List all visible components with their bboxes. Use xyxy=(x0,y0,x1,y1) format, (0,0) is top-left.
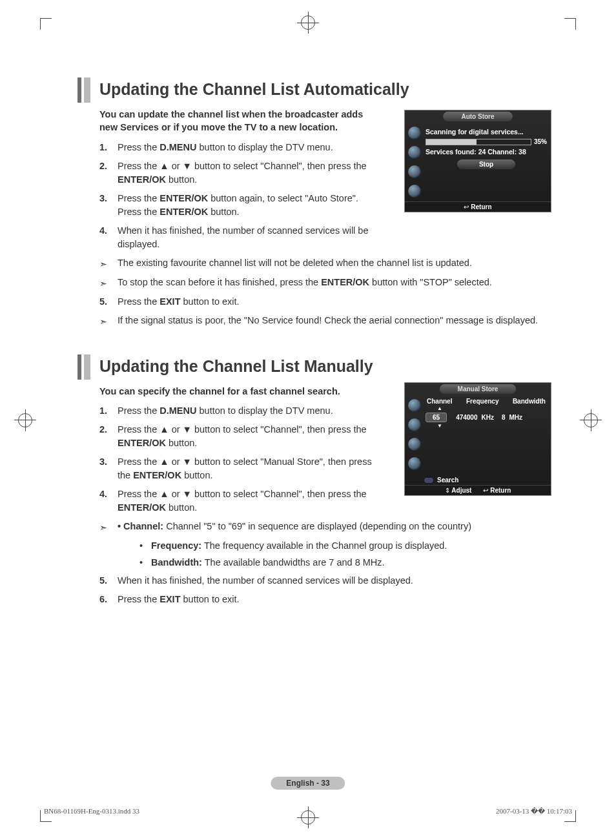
note-arrow-icon: ➣ xyxy=(99,276,118,290)
osd-sidebar-icons xyxy=(405,123,424,201)
note-text: If the signal status is poor, the "No Se… xyxy=(118,314,551,328)
heading-accent-bars xyxy=(77,77,90,103)
page-content: Updating the Channel List Automatically … xyxy=(77,77,551,611)
print-footer: BN68-01169H-Eng-0313.indd 33 2007-03-13 … xyxy=(44,807,572,815)
section-intro: You can specify the channel for a fast c… xyxy=(99,385,371,398)
osd-col-bandwidth: Bandwidth xyxy=(513,398,546,405)
step-number: 1. xyxy=(99,141,118,154)
osd-title: Auto Store xyxy=(443,112,512,121)
bullet-icon: • xyxy=(139,539,151,553)
osd-search-indicator-icon xyxy=(424,478,433,483)
step-item: 4. When it has finished, the number of s… xyxy=(99,224,551,251)
bullet-icon: • xyxy=(139,556,151,570)
note-item: ➣ To stop the scan before it has finishe… xyxy=(99,276,551,290)
step-text: When it has finished, the number of scan… xyxy=(118,224,376,251)
up-triangle-icon: ▲ xyxy=(426,406,454,411)
updown-icon: ⇕ xyxy=(445,487,450,494)
osd-channel-value[interactable]: 65 xyxy=(426,413,447,422)
osd-progress-fill xyxy=(426,139,477,145)
osd-menu-icon xyxy=(408,146,421,159)
step-number: 5. xyxy=(99,574,118,588)
step-number: 3. xyxy=(99,455,118,482)
step-text: Press the EXIT button to exit. xyxy=(118,295,551,309)
registration-mark-icon xyxy=(584,413,598,427)
osd-progress-percent: 35% xyxy=(534,138,547,145)
heading-accent-bars xyxy=(77,354,90,380)
return-icon: ↩ xyxy=(483,487,488,494)
print-datetime: 2007-03-13 �� 10:17:03 xyxy=(496,807,572,815)
section-intro: You can update the channel list when the… xyxy=(99,108,371,134)
osd-menu-icon xyxy=(408,457,421,470)
note-text: • Channel: Channel "5" to "69" in sequen… xyxy=(118,520,551,534)
section-heading: Updating the Channel List Automatically xyxy=(99,77,409,103)
osd-manual-store: Manual Store Channel Frequency Bandwidth xyxy=(404,382,551,496)
step-text: Press the ▲ or ▼ button to select "Chann… xyxy=(118,159,376,187)
osd-menu-icon xyxy=(408,127,421,139)
step-item: 5. Press the EXIT button to exit. xyxy=(99,295,551,309)
osd-frequency-value: 474000 xyxy=(456,414,477,421)
osd-title: Manual Store xyxy=(440,384,517,394)
note-arrow-icon: ➣ xyxy=(99,314,118,328)
registration-mark-icon xyxy=(301,15,315,30)
step-text: Press the EXIT button to exit. xyxy=(118,593,551,606)
osd-col-channel: Channel xyxy=(427,398,452,405)
step-text: Press the D.MENU button to display the D… xyxy=(118,404,376,418)
step-number: 1. xyxy=(99,404,118,418)
note-text: The existing favourite channel list will… xyxy=(118,256,551,271)
section-heading-row: Updating the Channel List Manually xyxy=(77,354,551,380)
osd-menu-icon xyxy=(408,438,421,451)
step-item: 6. Press the EXIT button to exit. xyxy=(99,593,551,606)
note-arrow-icon: ➣ xyxy=(99,256,118,271)
source-file-label: BN68-01169H-Eng-0313.indd 33 xyxy=(44,807,139,815)
step-number: 4. xyxy=(99,224,118,251)
step-text: Press the ▲ or ▼ button to select "Manua… xyxy=(118,455,376,482)
down-triangle-icon: ▼ xyxy=(426,424,454,429)
osd-col-frequency: Frequency xyxy=(466,398,499,405)
osd-khz-label: KHz xyxy=(482,414,494,421)
osd-footer: ↩ Return xyxy=(405,201,551,212)
osd-sidebar-icons xyxy=(405,395,424,474)
osd-scanning-label: Scanning for digital services... xyxy=(426,128,547,136)
osd-mhz-label: MHz xyxy=(509,414,523,421)
step-number: 5. xyxy=(99,295,118,309)
crop-mark xyxy=(40,18,52,30)
section-heading-row: Updating the Channel List Automatically xyxy=(77,77,551,103)
note-arrow-icon: ➣ xyxy=(99,520,118,534)
step-text: When it has finished, the number of scan… xyxy=(118,574,551,588)
step-number: 2. xyxy=(99,423,118,450)
crop-mark xyxy=(564,18,576,30)
note-item: ➣ The existing favourite channel list wi… xyxy=(99,256,551,271)
osd-stop-button[interactable]: Stop xyxy=(457,159,515,169)
osd-bandwidth-value: 8 xyxy=(502,414,506,421)
note-text: To stop the scan before it has finished,… xyxy=(118,276,551,290)
step-text: Press the ▲ or ▼ button to select "Chann… xyxy=(118,423,376,450)
registration-mark-icon xyxy=(18,413,32,427)
step-item: 5. When it has finished, the number of s… xyxy=(99,574,551,588)
osd-menu-icon xyxy=(408,165,421,178)
step-text: Press the ENTER/OK button again, to sele… xyxy=(118,192,376,219)
sub-bullet: • Frequency: The frequency available in … xyxy=(139,539,551,553)
osd-menu-icon xyxy=(408,185,421,198)
sub-bullet: • Bandwidth: The available bandwidths ar… xyxy=(139,556,551,570)
note-item: ➣ • Channel: Channel "5" to "69" in sequ… xyxy=(99,520,551,534)
step-number: 4. xyxy=(99,487,118,515)
osd-services-found: Services found: 24 Channel: 38 xyxy=(426,148,547,156)
osd-footer: ⇕ Adjust ↩ Return xyxy=(405,485,551,495)
step-number: 3. xyxy=(99,192,118,219)
step-text: Press the ▲ or ▼ button to select "Chann… xyxy=(118,487,376,515)
section-heading: Updating the Channel List Manually xyxy=(99,354,373,380)
osd-menu-icon xyxy=(408,399,421,412)
osd-auto-store: Auto Store Scanning for digital services… xyxy=(404,110,551,212)
step-number: 6. xyxy=(99,593,118,606)
osd-progress-bar xyxy=(426,139,531,145)
osd-search-label[interactable]: Search xyxy=(437,476,458,484)
note-item: ➣ If the signal status is poor, the "No … xyxy=(99,314,551,328)
osd-menu-icon xyxy=(408,418,421,431)
step-number: 2. xyxy=(99,159,118,187)
return-icon: ↩ xyxy=(464,203,469,210)
page-number-pill: English - 33 xyxy=(271,777,345,790)
